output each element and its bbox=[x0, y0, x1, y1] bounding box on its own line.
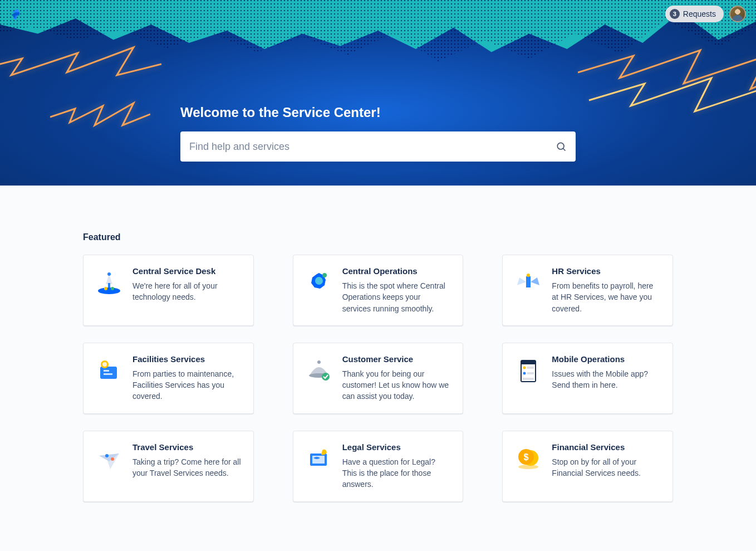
card-facilities-services[interactable]: Facilities Services From parties to main… bbox=[83, 343, 254, 414]
card-title: Central Service Desk bbox=[132, 266, 241, 276]
svg-rect-13 bbox=[104, 373, 112, 375]
card-desc: This is the spot where Central Operation… bbox=[342, 280, 451, 314]
svg-point-10 bbox=[527, 274, 530, 277]
card-desc: From benefits to payroll, here at HR Ser… bbox=[552, 280, 660, 314]
svg-rect-22 bbox=[527, 367, 534, 369]
card-travel-services[interactable]: Travel Services Taking a trip? Come here… bbox=[83, 431, 254, 502]
card-title: Facilities Services bbox=[132, 354, 241, 364]
card-financial-services[interactable]: $ Financial Services Stop on by for all … bbox=[502, 431, 673, 502]
search-input-wrap[interactable] bbox=[180, 131, 576, 162]
card-title: Central Operations bbox=[342, 266, 451, 276]
service-desk-icon bbox=[96, 269, 122, 295]
financial-icon: $ bbox=[515, 445, 542, 471]
section-title-featured: Featured bbox=[83, 232, 673, 242]
svg-point-0 bbox=[557, 143, 564, 149]
svg-rect-4 bbox=[108, 283, 110, 287]
legal-icon bbox=[306, 445, 332, 471]
card-desc: Thank you for being our customer! Let us… bbox=[342, 368, 451, 402]
svg-point-21 bbox=[523, 366, 526, 369]
card-desc: Stop on by for all of your Financial Ser… bbox=[552, 456, 660, 479]
card-customer-service[interactable]: Customer Service Thank you for being our… bbox=[293, 343, 464, 414]
card-mobile-operations[interactable]: Mobile Operations Issues with the Mobile… bbox=[502, 343, 673, 414]
card-title: Financial Services bbox=[552, 442, 660, 452]
card-desc: Taking a trip? Come here for all your Tr… bbox=[132, 456, 241, 479]
card-title: Customer Service bbox=[342, 354, 451, 364]
customer-service-icon bbox=[306, 357, 332, 383]
hr-icon bbox=[515, 269, 542, 295]
search-input[interactable] bbox=[189, 141, 556, 153]
svg-point-3 bbox=[107, 272, 111, 276]
svg-point-15 bbox=[102, 362, 107, 367]
page-title: Welcome to the Service Center! bbox=[180, 105, 576, 120]
card-desc: We're here for all of your technology ne… bbox=[132, 280, 241, 303]
svg-line-1 bbox=[563, 149, 566, 151]
svg-point-17 bbox=[317, 360, 321, 364]
card-legal-services[interactable]: Legal Services Have a question for Legal… bbox=[293, 431, 464, 502]
card-hr-services[interactable]: HR Services From benefits to payroll, he… bbox=[502, 255, 673, 326]
svg-point-23 bbox=[523, 372, 526, 374]
card-title: Legal Services bbox=[342, 442, 451, 452]
svg-point-26 bbox=[105, 454, 109, 457]
svg-point-5 bbox=[104, 287, 107, 290]
lightning-icon bbox=[50, 95, 150, 145]
svg-rect-11 bbox=[100, 367, 117, 379]
svg-point-6 bbox=[111, 287, 114, 290]
svg-rect-25 bbox=[523, 378, 534, 380]
svg-rect-29 bbox=[312, 456, 325, 464]
lightning-icon bbox=[578, 39, 756, 134]
card-central-service-desk[interactable]: Central Service Desk We're here for all … bbox=[83, 255, 254, 326]
svg-point-8 bbox=[322, 273, 327, 277]
card-desc: Issues with the Mobile app? Send them in… bbox=[552, 368, 660, 391]
svg-point-27 bbox=[111, 457, 114, 461]
requests-button[interactable]: 3 Requests bbox=[665, 6, 724, 22]
operations-icon bbox=[306, 269, 332, 295]
card-desc: Have a question for Legal? This is the p… bbox=[342, 456, 451, 490]
card-desc: From parties to maintenance, Facilities … bbox=[132, 368, 241, 402]
facilities-icon bbox=[96, 357, 122, 383]
svg-rect-9 bbox=[526, 276, 531, 287]
mobile-icon bbox=[515, 357, 542, 383]
svg-rect-24 bbox=[527, 372, 534, 374]
card-central-operations[interactable]: Central Operations This is the spot wher… bbox=[293, 255, 464, 326]
requests-label: Requests bbox=[683, 9, 716, 18]
travel-icon bbox=[96, 445, 122, 471]
search-icon[interactable] bbox=[556, 141, 567, 152]
logo-icon[interactable] bbox=[10, 8, 22, 20]
svg-point-2 bbox=[98, 287, 120, 294]
card-title: Travel Services bbox=[132, 442, 241, 452]
avatar[interactable] bbox=[729, 6, 746, 22]
svg-point-7 bbox=[315, 277, 323, 285]
card-title: Mobile Operations bbox=[552, 354, 660, 364]
svg-rect-12 bbox=[104, 370, 109, 372]
requests-count-badge: 3 bbox=[670, 9, 680, 19]
svg-point-18 bbox=[322, 373, 330, 381]
card-title: HR Services bbox=[552, 266, 660, 276]
svg-text:$: $ bbox=[524, 452, 529, 462]
